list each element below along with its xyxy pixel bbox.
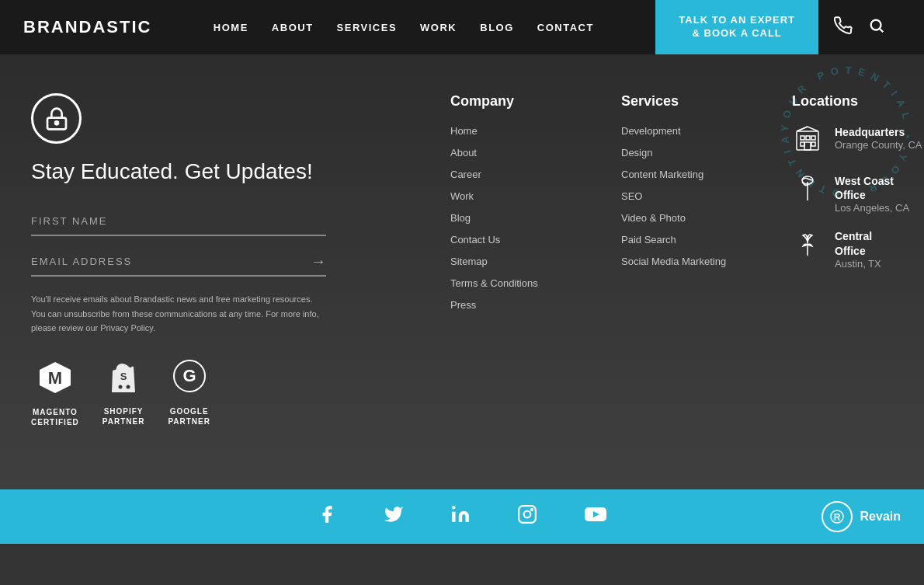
revain-icon: R: [822, 501, 853, 532]
svg-rect-14: [806, 136, 810, 140]
central-info: CentralOffice Austin, TX: [835, 229, 881, 269]
lock-icon: [31, 93, 82, 144]
svg-point-26: [531, 508, 533, 510]
instagram-icon[interactable]: [517, 504, 537, 530]
email-submit-arrow[interactable]: →: [311, 252, 326, 270]
newsletter-column: Stay Educated. Get Updates! → You'll rec…: [31, 93, 419, 427]
svg-text:S: S: [120, 371, 127, 382]
svg-point-0: [871, 19, 881, 30]
search-icon[interactable]: [868, 17, 885, 38]
shopify-icon: S: [106, 359, 141, 400]
svg-rect-18: [804, 142, 811, 150]
svg-text:G: G: [182, 366, 196, 385]
location-westcoast: West CoastOffice Los Angeles, CA: [792, 174, 924, 214]
youtube-icon[interactable]: [584, 504, 607, 530]
location-headquarters: Headquarters Orange County, CA: [792, 125, 924, 158]
svg-rect-15: [811, 136, 815, 140]
company-title: Company: [450, 93, 590, 110]
company-link-contact[interactable]: Contact Us: [450, 234, 590, 245]
firstname-input[interactable]: [31, 207, 326, 236]
magento-label: MAGENTOCERTIFIED: [31, 407, 79, 427]
magento-partner: M MAGENTOCERTIFIED: [31, 359, 79, 427]
location-central: CentralOffice Austin, TX: [792, 229, 924, 269]
headquarters-info: Headquarters Orange County, CA: [835, 125, 922, 151]
revain-widget[interactable]: R Revain: [822, 501, 901, 532]
header-right: TALK TO AN EXPERT& BOOK A CALL: [655, 0, 901, 54]
company-link-about[interactable]: About: [450, 147, 590, 158]
headquarters-sub: Orange County, CA: [835, 139, 922, 151]
company-link-sitemap[interactable]: Sitemap: [450, 256, 590, 267]
service-link-video[interactable]: Video & Photo: [621, 212, 761, 224]
service-link-social[interactable]: Social Media Marketing: [621, 256, 761, 267]
service-link-content[interactable]: Content Marketing: [621, 169, 761, 180]
shopify-label: SHOPIFYPARTNER: [102, 406, 145, 427]
cta-button[interactable]: TALK TO AN EXPERT& BOOK A CALL: [655, 0, 818, 54]
company-link-press[interactable]: Press: [450, 299, 590, 311]
phone-icon[interactable]: [834, 16, 853, 39]
headquarters-icon: [792, 125, 823, 158]
svg-point-23: [452, 506, 455, 509]
svg-point-7: [119, 385, 123, 389]
locations-column: Locations: [792, 93, 924, 427]
nav-contact[interactable]: CONTACT: [537, 22, 594, 33]
svg-rect-12: [797, 131, 818, 150]
svg-point-25: [524, 510, 531, 517]
svg-rect-13: [801, 136, 804, 140]
magento-icon: M: [36, 359, 74, 401]
google-label: GOOGLEPARTNER: [168, 406, 210, 427]
westcoast-icon: [792, 174, 823, 207]
shopify-partner: S SHOPIFYPARTNER: [102, 359, 145, 427]
company-link-blog[interactable]: Blog: [450, 212, 590, 224]
westcoast-sub: Los Angeles, CA: [835, 202, 909, 214]
westcoast-info: West CoastOffice Los Angeles, CA: [835, 174, 909, 214]
svg-point-8: [127, 385, 130, 389]
service-link-development[interactable]: Development: [621, 125, 761, 137]
central-sub: Austin, TX: [835, 258, 881, 270]
central-icon: [792, 229, 823, 263]
disclaimer-text: You'll receive emails about Brandastic n…: [31, 292, 326, 336]
services-column: Services Development Design Content Mark…: [621, 93, 761, 427]
locations-title: Locations: [792, 93, 924, 110]
central-name: CentralOffice: [835, 229, 881, 257]
company-link-terms[interactable]: Terms & Conditions: [450, 277, 590, 289]
facebook-icon[interactable]: [317, 504, 337, 530]
main-nav: HOME ABOUT SERVICES WORK BLOG CONTACT: [214, 22, 594, 33]
service-link-seo[interactable]: SEO: [621, 190, 761, 202]
headquarters-name: Headquarters: [835, 125, 922, 139]
google-icon: G: [172, 359, 207, 400]
newsletter-title: Stay Educated. Get Updates!: [31, 159, 419, 184]
company-link-career[interactable]: Career: [450, 169, 590, 180]
westcoast-name: West CoastOffice: [835, 174, 909, 202]
revain-label: Revain: [860, 510, 901, 524]
service-link-design[interactable]: Design: [621, 147, 761, 158]
header-icons: [818, 0, 901, 54]
nav-about[interactable]: ABOUT: [272, 22, 314, 33]
svg-rect-17: [811, 142, 815, 146]
nav-blog[interactable]: BLOG: [480, 22, 514, 33]
header: BRANDASTIC HOME ABOUT SERVICES WORK BLOG…: [0, 0, 924, 54]
twitter-icon[interactable]: [384, 504, 404, 530]
logo[interactable]: BRANDASTIC: [23, 17, 151, 37]
svg-point-4: [55, 121, 58, 124]
svg-text:R: R: [833, 512, 840, 523]
nav-home[interactable]: HOME: [214, 22, 248, 33]
social-bar: R Revain: [0, 489, 924, 544]
svg-rect-24: [519, 506, 536, 523]
svg-line-1: [880, 29, 883, 32]
company-link-home[interactable]: Home: [450, 125, 590, 137]
email-group: →: [31, 248, 326, 277]
footer-content: Stay Educated. Get Updates! → You'll rec…: [0, 54, 924, 458]
svg-text:M: M: [48, 368, 62, 388]
footer-main: YOUR POTENTIAL • YOUR POTENTIAL • Stay E…: [0, 54, 924, 489]
email-input[interactable]: [31, 248, 311, 275]
partners-section: M MAGENTOCERTIFIED S SHOPIFYPAR: [31, 359, 419, 427]
google-partner: G GOOGLEPARTNER: [168, 359, 210, 427]
service-link-paid[interactable]: Paid Search: [621, 234, 761, 245]
linkedin-icon[interactable]: [450, 504, 471, 530]
services-title: Services: [621, 93, 761, 110]
nav-services[interactable]: SERVICES: [337, 22, 398, 33]
firstname-group: [31, 207, 419, 236]
company-column: Company Home About Career Work Blog Cont…: [450, 93, 590, 427]
company-link-work[interactable]: Work: [450, 190, 590, 202]
nav-work[interactable]: WORK: [420, 22, 457, 33]
